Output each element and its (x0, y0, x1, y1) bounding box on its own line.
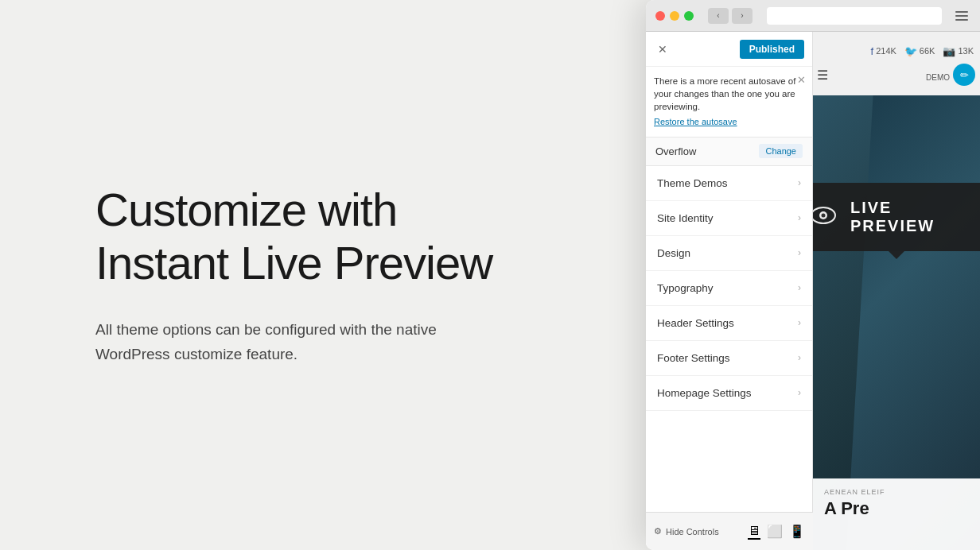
menu-item-label: Site Identity (657, 212, 714, 224)
live-preview-tooltip: LIVE PREVIEW (813, 183, 980, 251)
preview-image: AENEAN ELEIF A A PrePre (813, 95, 980, 550)
chevron-right-icon: › (798, 352, 801, 363)
chevron-right-icon: › (798, 177, 801, 188)
forward-button[interactable]: › (732, 8, 752, 24)
hide-controls-button[interactable]: ⚙ Hide Controls (654, 526, 719, 536)
preview-area: f 214K 🐦 66K 📷 13K ☰ ✏ DEMO AENEAN ELEIF (813, 32, 980, 550)
sidebar-icon[interactable] (953, 7, 970, 25)
twitter-count: 66K (920, 46, 935, 56)
menu-item-label: Theme Demos (657, 177, 728, 189)
back-button[interactable]: ‹ (708, 8, 729, 24)
left-content: Customize with Instant Live Preview All … (95, 184, 509, 366)
hamburger-icon: ☰ (817, 68, 828, 83)
menu-item-design[interactable]: Design › (646, 236, 812, 271)
published-button[interactable]: Published (740, 40, 804, 59)
preview-nav: ☰ (817, 68, 828, 83)
svg-rect-2 (955, 19, 968, 21)
traffic-light-green[interactable] (684, 11, 694, 21)
customizer-header: ✕ Published (646, 32, 812, 67)
instagram-count: 13K (958, 46, 974, 56)
twitter-icon: 🐦 (904, 45, 917, 57)
restore-link[interactable]: Restore the autosave (654, 116, 804, 128)
chevron-right-icon: › (798, 247, 801, 258)
address-bar[interactable] (767, 7, 942, 25)
settings-icon: ⚙ (654, 526, 662, 536)
menu-item-header-settings[interactable]: Header Settings › (646, 306, 812, 341)
menu-item-label: Homepage Settings (657, 387, 752, 399)
menu-item-homepage-settings[interactable]: Homepage Settings › (646, 376, 812, 411)
menu-item-label: Footer Settings (657, 352, 730, 364)
menu-item-footer-settings[interactable]: Footer Settings › (646, 341, 812, 376)
autosave-notice: ✕ There is a more recent autosave of you… (646, 67, 812, 138)
edit-badge[interactable]: ✏ (953, 64, 975, 86)
chevron-right-icon: › (798, 212, 801, 223)
traffic-light-yellow[interactable] (670, 11, 679, 21)
svg-point-5 (822, 214, 826, 218)
autosave-message: There is a more recent autosave of your … (654, 76, 795, 111)
menu-item-label: Typography (657, 282, 714, 294)
chevron-right-icon: › (798, 317, 801, 328)
overflow-label: Overflow (655, 145, 696, 157)
nav-buttons: ‹ › (708, 8, 752, 24)
tablet-icon[interactable]: ⬜ (767, 524, 783, 539)
menu-item-label: Design (657, 247, 690, 259)
menu-item-label: Header Settings (657, 317, 734, 329)
device-icons: 🖥 ⬜ 📱 (748, 524, 805, 540)
preview-card-title: A A PrePre (824, 499, 969, 518)
hide-controls-label: Hide Controls (666, 527, 719, 536)
traffic-lights (655, 11, 694, 21)
menu-item-typography[interactable]: Typography › (646, 271, 812, 306)
menu-item-site-identity[interactable]: Site Identity › (646, 201, 812, 236)
desktop-icon[interactable]: 🖥 (748, 524, 760, 540)
preview-bottom-card: AENEAN ELEIF A A PrePre (813, 478, 980, 550)
traffic-light-red[interactable] (655, 11, 665, 21)
mobile-icon[interactable]: 📱 (789, 524, 805, 539)
main-heading: Customize with Instant Live Preview (95, 184, 509, 289)
twitter-social: 🐦 66K (904, 45, 935, 57)
autosave-close-button[interactable]: ✕ (797, 73, 806, 87)
instagram-icon: 📷 (943, 45, 955, 57)
facebook-icon: f (871, 45, 874, 57)
eye-icon (813, 204, 836, 230)
overflow-change-button[interactable]: Change (759, 144, 803, 158)
customizer-panel: ✕ Published ✕ There is a more recent aut… (646, 32, 813, 550)
controls-bar: ⚙ Hide Controls 🖥 ⬜ 📱 (646, 512, 813, 550)
browser-chrome: ‹ › (646, 0, 980, 32)
social-bar: f 214K 🐦 66K 📷 13K (813, 40, 980, 62)
preview-card-subtitle: AENEAN ELEIF (824, 488, 969, 496)
menu-item-theme-demos[interactable]: Theme Demos › (646, 166, 812, 201)
menu-items: Theme Demos › Site Identity › Design › T… (646, 166, 812, 411)
live-preview-label: LIVE PREVIEW (850, 199, 980, 235)
demo-text: DEMO (926, 73, 950, 82)
facebook-count: 214K (876, 46, 896, 56)
sub-text: All theme options can be configured with… (95, 318, 509, 366)
svg-rect-0 (955, 11, 968, 13)
instagram-social: 📷 13K (943, 45, 974, 57)
browser-window: ‹ › ✕ Published ✕ There is a more recent… (646, 0, 980, 550)
chevron-right-icon: › (798, 387, 801, 398)
svg-rect-1 (955, 15, 968, 17)
customizer-close-button[interactable]: ✕ (654, 41, 671, 58)
facebook-social: f 214K (871, 45, 896, 57)
chevron-right-icon: › (798, 282, 801, 293)
overflow-bar: Overflow Change (646, 138, 812, 166)
